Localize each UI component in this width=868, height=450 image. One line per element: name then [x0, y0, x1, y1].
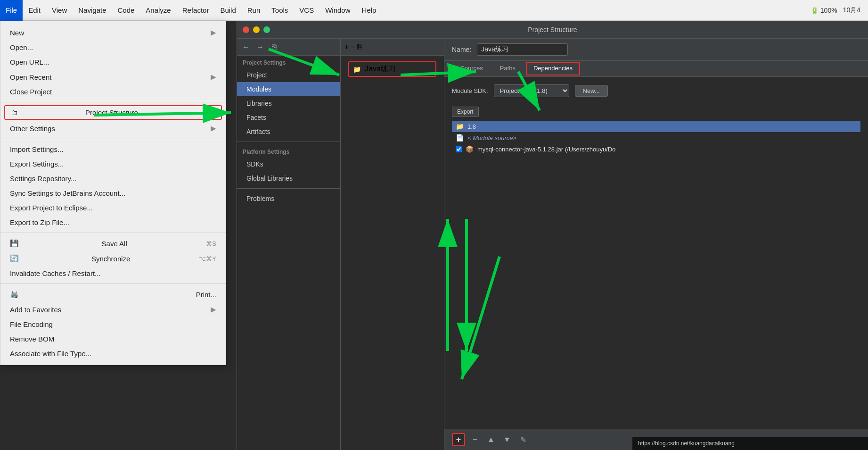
menu-window[interactable]: Window [319, 0, 356, 21]
dep-text-2: < Module source> [467, 134, 857, 142]
nav-item-global-libraries[interactable]: Global Libraries [237, 171, 340, 185]
menu-item-settings-repo[interactable]: Settings Repository... [0, 171, 226, 186]
menu-item-sync-settings[interactable]: Sync Settings to JetBrains Account... [0, 186, 226, 200]
nav-item-libraries[interactable]: Libraries [237, 96, 340, 110]
add-module-button[interactable]: + [344, 43, 349, 51]
menu-tools[interactable]: Tools [266, 0, 294, 21]
sync-shortcut: ⌥⌘Y [199, 255, 216, 262]
dependencies-toolbar: Export [452, 105, 860, 121]
menu-item-open[interactable]: Open... [0, 40, 226, 55]
module-name-label: Java练习 [365, 64, 396, 74]
save-icon: 💾 [10, 239, 19, 248]
dependency-row-2[interactable]: 📄 < Module source> [452, 132, 860, 143]
left-nav-panel: ← → ⎘ Project Settings Project Modules L… [237, 39, 341, 450]
menu-item-close-project[interactable]: Close Project [0, 84, 226, 99]
menu-item-open-url[interactable]: Open URL... [0, 55, 226, 69]
back-button[interactable]: ← [241, 42, 251, 52]
close-button[interactable] [243, 26, 249, 33]
print-icon: 🖨️ [10, 290, 19, 299]
menu-build[interactable]: Build [214, 0, 241, 21]
nav-item-project[interactable]: Project [237, 68, 340, 82]
add-dependency-button[interactable]: + [452, 433, 465, 446]
menu-item-remove-bom[interactable]: Remove BOM [0, 332, 226, 346]
remove-module-button[interactable]: − [351, 43, 355, 51]
project-structure-titlebar: Project Structure [237, 21, 868, 39]
sync-icon: 🔄 [10, 254, 19, 263]
menu-item-associate[interactable]: Associate with File Type... [0, 346, 226, 361]
new-sdk-button[interactable]: New... [575, 85, 608, 97]
menu-view[interactable]: View [46, 0, 73, 21]
tab-dependencies[interactable]: Dependencies [526, 62, 580, 75]
menu-analyze[interactable]: Analyze [140, 0, 176, 21]
menu-navigate[interactable]: Navigate [73, 0, 112, 21]
menu-item-print[interactable]: 🖨️ Print... [0, 287, 226, 302]
left-toolbar: ← → ⎘ [237, 39, 340, 56]
nav-item-facets[interactable]: Facets [237, 110, 340, 125]
remove-dependency-button[interactable]: − [469, 433, 481, 446]
separator-1 [0, 102, 226, 102]
nav-item-modules[interactable]: Modules [237, 82, 340, 96]
file-dropdown-menu: New ▶ Open... Open URL... Open Recent ▶ … [0, 21, 226, 365]
tab-sources[interactable]: Sources [452, 61, 491, 76]
name-label: Name: [452, 46, 471, 53]
menu-refactor[interactable]: Refactor [177, 0, 215, 21]
maximize-button[interactable] [263, 26, 270, 33]
separator-4 [0, 283, 226, 284]
right-panel: Name: Sources Paths Dependencies Module … [444, 39, 868, 450]
minimize-button[interactable] [253, 26, 260, 33]
save-shortcut: ⌘S [206, 240, 216, 247]
menu-run[interactable]: Run [242, 0, 266, 21]
menu-vcs[interactable]: VCS [294, 0, 319, 21]
menu-edit[interactable]: Edit [23, 0, 46, 21]
nav-item-problems[interactable]: Problems [237, 192, 340, 206]
nav-item-sdks[interactable]: SDKs [237, 157, 340, 171]
menu-item-open-recent[interactable]: Open Recent ▶ [0, 69, 226, 84]
module-list-panel: + − ⎘ 📁 Java练习 [341, 39, 444, 450]
separator-2 [0, 139, 226, 139]
dependency-row-1[interactable]: 📁 1.8 [452, 121, 860, 132]
dep-text-1: 1.8 [467, 123, 857, 130]
separator-3 [0, 233, 226, 233]
folder-icon: 🗂 [11, 108, 18, 117]
copy-button[interactable]: ⎘ [269, 42, 279, 52]
dep-icon-1: 📁 [456, 123, 464, 130]
tab-paths[interactable]: Paths [491, 61, 524, 76]
menu-item-invalidate-caches[interactable]: Invalidate Caches / Restart... [0, 266, 226, 281]
dep-icon-2: 📄 [456, 134, 464, 142]
nav-item-artifacts[interactable]: Artifacts [237, 125, 340, 139]
menu-item-save-all[interactable]: 💾 Save All ⌘S [0, 236, 226, 251]
dependency-row-3[interactable]: 📦 mysql-connector-java-5.1.28.jar (/User… [452, 143, 860, 155]
module-sdk-select[interactable]: Project SDK (1.8) [494, 84, 569, 97]
nav-divider-2 [237, 188, 340, 189]
module-name-input[interactable] [477, 43, 568, 56]
submenu-arrow-other: ▶ [211, 124, 216, 133]
submenu-arrow-recent: ▶ [211, 73, 216, 81]
forward-button[interactable]: → [255, 42, 265, 52]
edit-dependency-button[interactable]: ✎ [517, 433, 529, 446]
menu-file[interactable]: File [0, 0, 23, 21]
project-settings-header: Project Settings [237, 56, 340, 68]
copy-module-button[interactable]: ⎘ [357, 43, 362, 51]
menu-help[interactable]: Help [356, 0, 382, 21]
menu-item-new[interactable]: New ▶ [0, 25, 226, 40]
menu-item-import-settings[interactable]: Import Settings... [0, 142, 226, 157]
module-folder-icon: 📁 [353, 66, 361, 73]
battery-indicator: 🔋 100% [811, 7, 837, 14]
shortcut-label: ⌘; [207, 109, 215, 116]
menu-item-synchronize[interactable]: 🔄 Synchronize ⌥⌘Y [0, 251, 226, 266]
menu-item-add-favorites[interactable]: Add to Favorites ▶ [0, 302, 226, 317]
menu-item-project-structure[interactable]: 🗂 Project Structure... ⌘; [4, 105, 222, 120]
move-up-button[interactable]: ▲ [485, 433, 497, 446]
menu-item-export-settings[interactable]: Export Settings... [0, 157, 226, 171]
module-item-java[interactable]: 📁 Java练习 [348, 61, 436, 77]
dep-icon-3: 📦 [466, 145, 474, 153]
dep-check-3[interactable] [456, 146, 462, 152]
menu-item-export-eclipse[interactable]: Export Project to Eclipse... [0, 200, 226, 215]
menu-item-file-encoding[interactable]: File Encoding [0, 317, 226, 332]
menu-item-export-zip[interactable]: Export to Zip File... [0, 215, 226, 230]
move-down-button[interactable]: ▼ [501, 433, 513, 446]
window-controls [243, 26, 270, 33]
menu-item-other-settings[interactable]: Other Settings ▶ [0, 121, 226, 136]
menu-code[interactable]: Code [112, 0, 140, 21]
project-structure-body: ← → ⎘ Project Settings Project Modules L… [237, 39, 868, 450]
